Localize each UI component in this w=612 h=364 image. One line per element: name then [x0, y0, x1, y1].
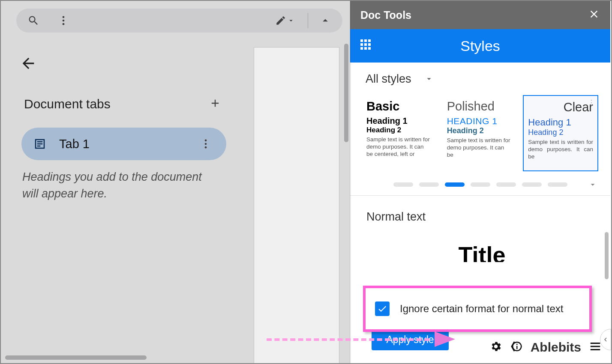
filter-label: All styles: [366, 72, 411, 86]
gear-icon[interactable]: [489, 340, 502, 355]
dim-overlay: [1, 1, 351, 363]
styles-title: Styles: [373, 38, 587, 54]
style-card-polished[interactable]: Polished HEADING 1 Heading 2 Sample text…: [443, 95, 516, 171]
ignore-format-label: Ignore certain format for normal text: [400, 303, 564, 315]
carousel-indicators: [350, 176, 610, 196]
sidebar-footer: Ablebits: [489, 340, 602, 355]
dot-3[interactable]: [445, 182, 465, 187]
title-preview: Title: [366, 242, 597, 262]
normal-text-label: Normal text: [366, 210, 597, 224]
apply-style-button[interactable]: Apply style: [372, 329, 449, 350]
dot-6[interactable]: [522, 182, 542, 187]
sidebar-titlebar: Doc Tools: [350, 1, 610, 29]
dot-2[interactable]: [419, 182, 439, 187]
ignore-format-checkbox[interactable]: [375, 301, 390, 316]
dot-7[interactable]: [548, 182, 567, 187]
info-icon[interactable]: [510, 340, 523, 355]
brand-label: Ablebits: [531, 340, 581, 355]
chevron-down-icon: [424, 74, 434, 84]
dot-1[interactable]: [393, 182, 413, 187]
styles-header: Styles: [350, 29, 610, 63]
card-menu-icon[interactable]: ⋮: [588, 98, 595, 107]
dot-5[interactable]: [496, 182, 516, 187]
menu-icon[interactable]: [589, 340, 602, 355]
ignore-format-option[interactable]: Ignore certain format for normal text: [363, 286, 592, 332]
dot-4[interactable]: [471, 182, 490, 187]
sidebar-scrollbar[interactable]: [605, 232, 609, 279]
carousel-next-icon[interactable]: [588, 180, 597, 189]
normal-text-section: Normal text Title: [350, 196, 610, 266]
document-main-area: Document tabs Tab 1 Headings you add to …: [1, 1, 351, 363]
apps-grid-icon[interactable]: [360, 39, 373, 52]
style-card-clear[interactable]: ⋮ Clear Heading 1 Heading 2 Sample text …: [523, 95, 598, 171]
sidebar-title: Doc Tools: [360, 9, 411, 21]
close-icon[interactable]: [588, 8, 600, 22]
style-cards-row: Basic Heading 1 Heading 2 Sample text is…: [350, 95, 610, 176]
style-card-basic[interactable]: Basic Heading 1 Heading 2 Sample text is…: [362, 95, 436, 171]
svg-point-7: [516, 344, 517, 345]
svg-rect-8: [516, 346, 518, 349]
styles-filter-dropdown[interactable]: All styles: [350, 63, 610, 95]
